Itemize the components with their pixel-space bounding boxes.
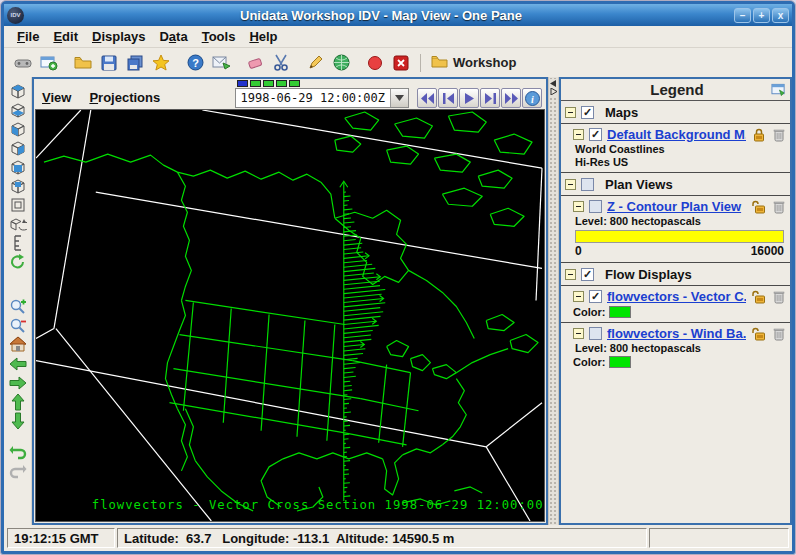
lock-open-icon[interactable] xyxy=(751,199,766,214)
viewmenu-projections[interactable]: Projections xyxy=(89,90,160,105)
display-control-link[interactable]: flowvectors - Wind Ba... xyxy=(607,326,746,341)
left-view-icon[interactable] xyxy=(8,119,28,138)
display-control-link[interactable]: Z - Contour Plan View xyxy=(607,199,746,214)
category-checkbox[interactable]: ✓ xyxy=(581,268,594,281)
front-view-icon[interactable] xyxy=(8,157,28,176)
collapse-category-icon[interactable] xyxy=(565,269,576,280)
right-view-icon[interactable] xyxy=(8,138,28,157)
fast-forward-button[interactable] xyxy=(501,88,521,108)
new-window-icon[interactable] xyxy=(37,52,61,74)
lock-open-icon[interactable] xyxy=(751,326,766,341)
pan-up-icon[interactable] xyxy=(8,392,28,411)
menu-help[interactable]: Help xyxy=(242,28,284,45)
pan-right-icon[interactable] xyxy=(8,373,28,392)
time-step-3[interactable] xyxy=(276,80,287,87)
time-combobox[interactable]: 1998-06-29 12:00:00Z xyxy=(235,88,410,108)
erase-icon[interactable] xyxy=(243,52,267,74)
display-detail-text: World Coastlines xyxy=(573,142,786,155)
trash-icon[interactable] xyxy=(771,199,786,214)
save-bundle-icon[interactable] xyxy=(97,52,121,74)
workshop-label: Workshop xyxy=(453,55,516,70)
zoom-out-icon[interactable] xyxy=(8,316,28,335)
app-icon: IDV xyxy=(7,7,24,24)
step-forward-button[interactable] xyxy=(480,88,500,108)
display-checkbox[interactable] xyxy=(589,200,602,213)
display-control-link[interactable]: flowvectors - Vector C... xyxy=(607,289,746,304)
record-icon[interactable] xyxy=(363,52,387,74)
display-control-link[interactable]: Default Background M... xyxy=(607,127,746,142)
legend-category-row: Plan Views xyxy=(561,172,790,195)
minimize-button[interactable]: – xyxy=(734,8,751,23)
lock-open-icon[interactable] xyxy=(751,289,766,304)
collapse-category-icon[interactable] xyxy=(565,179,576,190)
collapse-display-icon[interactable] xyxy=(573,328,584,339)
pan-left-icon[interactable] xyxy=(8,354,28,373)
float-legend-icon[interactable] xyxy=(771,82,786,97)
collapse-display-icon[interactable] xyxy=(573,291,584,302)
back-view-icon[interactable] xyxy=(8,176,28,195)
time-value: 1998-06-29 12:00:00Z xyxy=(236,91,391,105)
expand-right-icon[interactable] xyxy=(550,88,557,95)
open-bundle-icon[interactable] xyxy=(71,52,95,74)
color-scale-bar[interactable] xyxy=(575,230,784,243)
rotate-view-icon[interactable] xyxy=(8,214,28,233)
legend-panel: Legend ✓Maps✓Default Background M...Worl… xyxy=(559,77,792,525)
close-button[interactable]: x xyxy=(772,8,789,23)
cut-icon[interactable] xyxy=(269,52,293,74)
collapse-category-icon[interactable] xyxy=(565,107,576,118)
category-label: Maps xyxy=(605,105,638,120)
zoom-in-icon[interactable] xyxy=(8,297,28,316)
top-view-icon[interactable] xyxy=(8,81,28,100)
collapse-display-icon[interactable] xyxy=(573,201,584,212)
time-step-4[interactable] xyxy=(289,80,300,87)
rewind-button[interactable] xyxy=(417,88,437,108)
trash-icon[interactable] xyxy=(771,127,786,142)
collapse-left-icon[interactable] xyxy=(550,80,557,87)
step-back-button[interactable] xyxy=(438,88,458,108)
workshop-toolbar-group[interactable]: Workshop xyxy=(431,54,516,71)
auto-rotate-icon[interactable] xyxy=(8,252,28,271)
trash-icon[interactable] xyxy=(771,326,786,341)
split-pane-divider[interactable] xyxy=(548,77,559,525)
redo-icon[interactable] xyxy=(8,461,28,480)
display-checkbox[interactable]: ✓ xyxy=(589,290,602,303)
dashboard-icon[interactable] xyxy=(11,52,35,74)
perspective-view-icon[interactable] xyxy=(8,195,28,214)
menu-edit[interactable]: Edit xyxy=(46,28,85,45)
menu-file[interactable]: File xyxy=(10,28,46,45)
play-button[interactable] xyxy=(459,88,479,108)
lock-closed-icon[interactable] xyxy=(751,127,766,142)
category-checkbox[interactable] xyxy=(581,178,594,191)
bottom-view-icon[interactable] xyxy=(8,100,28,119)
time-step-2[interactable] xyxy=(263,80,274,87)
edit-icon[interactable] xyxy=(303,52,327,74)
chevron-down-icon[interactable] xyxy=(390,89,408,107)
favorite-icon[interactable] xyxy=(149,52,173,74)
vertical-scale-icon[interactable] xyxy=(8,233,28,252)
exit-icon[interactable] xyxy=(389,52,413,74)
undo-icon[interactable] xyxy=(8,442,28,461)
globe-icon[interactable] xyxy=(329,52,353,74)
time-step-0[interactable] xyxy=(237,80,248,87)
viewmenu-view[interactable]: View xyxy=(42,90,71,105)
title-bar[interactable]: IDV Unidata Workshop IDV - Map View - On… xyxy=(4,4,792,26)
display-checkbox[interactable]: ✓ xyxy=(589,128,602,141)
menu-data[interactable]: Data xyxy=(152,28,194,45)
menu-tools[interactable]: Tools xyxy=(195,28,243,45)
pan-down-icon[interactable] xyxy=(8,411,28,430)
home-view-icon[interactable] xyxy=(8,335,28,354)
display-checkbox[interactable] xyxy=(589,327,602,340)
color-swatch[interactable] xyxy=(609,306,631,318)
copy-bundle-icon[interactable] xyxy=(123,52,147,74)
trash-icon[interactable] xyxy=(771,289,786,304)
maximize-button[interactable]: + xyxy=(753,8,770,23)
collapse-display-icon[interactable] xyxy=(573,129,584,140)
map-canvas[interactable]: flowvectors - Vector Cross Section 1998-… xyxy=(35,109,545,522)
menu-displays[interactable]: Displays xyxy=(85,28,152,45)
category-checkbox[interactable]: ✓ xyxy=(581,106,594,119)
time-step-1[interactable] xyxy=(250,80,261,87)
color-swatch[interactable] xyxy=(609,356,631,368)
properties-button[interactable]: i xyxy=(522,88,542,108)
help-icon[interactable]: ? xyxy=(183,52,207,74)
support-icon[interactable] xyxy=(209,52,233,74)
